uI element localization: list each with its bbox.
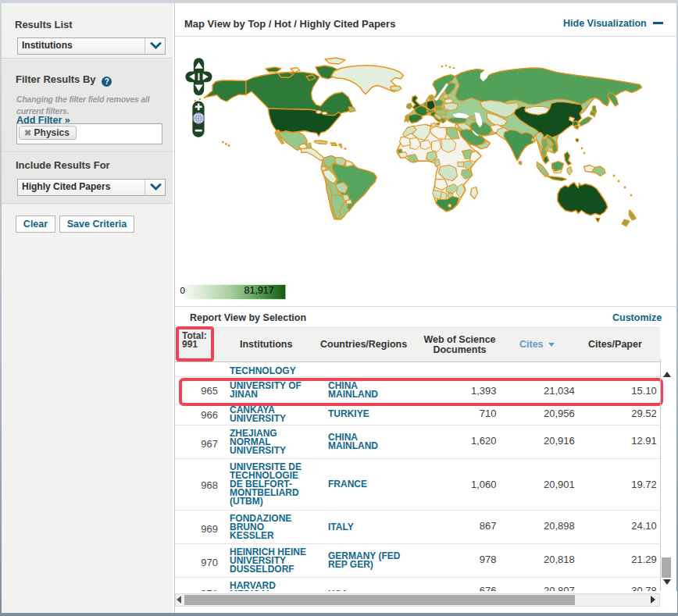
svg-text:0: 0 xyxy=(180,286,185,295)
svg-text:81,917: 81,917 xyxy=(244,285,274,296)
